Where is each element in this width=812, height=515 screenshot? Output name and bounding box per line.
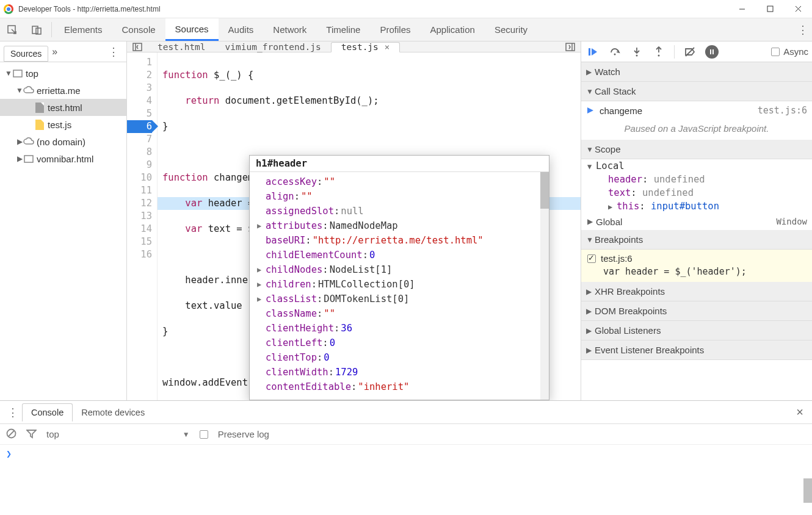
expand-icon[interactable]: ▶ [257, 265, 266, 274]
tab-application[interactable]: Application [421, 18, 485, 41]
tab-timeline[interactable]: Timeline [316, 18, 370, 41]
tree-file-test-js[interactable]: test.js [0, 116, 126, 133]
tab-security[interactable]: Security [485, 18, 537, 41]
gutter-line[interactable]: 5 [127, 107, 152, 120]
tab-sources[interactable]: Sources [165, 18, 219, 41]
editor-tab-test-js[interactable]: test.js× [331, 42, 401, 52]
drawer-tab-remote[interactable]: Remote devices [73, 404, 153, 421]
scrollbar-thumb[interactable] [540, 172, 549, 209]
inspector-property[interactable]: className: "" [257, 306, 549, 321]
resume-icon[interactable] [585, 44, 601, 60]
inspector-property[interactable]: childElementCount: 0 [257, 248, 549, 262]
pane-global-listeners[interactable]: ▶Global Listeners [581, 321, 812, 340]
tab-console[interactable]: Console [112, 18, 165, 41]
pane-xhr-breakpoints[interactable]: ▶XHR Breakpoints [581, 282, 812, 301]
clear-console-icon[interactable] [6, 428, 16, 441]
tree-top[interactable]: ▼top [0, 65, 126, 82]
gutter-line[interactable]: 7 [127, 133, 152, 146]
console-prompt[interactable]: ❯ [0, 445, 812, 463]
pane-dom-breakpoints[interactable]: ▶DOM Breakpoints [581, 301, 812, 321]
page-scrollbar[interactable] [803, 18, 812, 515]
expand-icon[interactable]: ▶ [257, 280, 266, 289]
tree-domain[interactable]: ▼errietta.me [0, 82, 126, 99]
inspector-property[interactable]: ▶childNodes: NodeList[1] [257, 262, 549, 277]
breakpoint-item[interactable]: test.js:6 var header = $_('header'); [581, 250, 812, 282]
gutter-line[interactable]: 2 [127, 69, 152, 82]
gutter-breakpoint[interactable]: 6 [127, 120, 152, 133]
minimize-button[interactable] [728, 0, 756, 18]
inspector-property[interactable]: clientHeight: 36 [257, 321, 549, 336]
navigator-tab-sources[interactable]: Sources [4, 46, 48, 62]
object-inspector-popup[interactable]: h1#header accessKey: ""align: ""assigned… [249, 155, 549, 400]
gutter-line[interactable]: 13 [127, 210, 152, 223]
checkbox-icon[interactable] [771, 48, 780, 56]
navigator-more-icon[interactable]: » [52, 46, 57, 57]
gutter-line[interactable]: 16 [127, 248, 152, 261]
scrollbar-thumb[interactable] [803, 478, 812, 503]
inspector-property[interactable]: assignedSlot: null [257, 204, 549, 218]
expand-icon[interactable]: ▶ [257, 295, 266, 303]
scope-global[interactable]: ▶GlobalWindow [581, 213, 812, 230]
step-into-icon[interactable] [629, 44, 645, 60]
inspector-property[interactable]: ▶children: HTMLCollection[0] [257, 277, 549, 292]
inspector-property[interactable]: clientTop: 0 [257, 350, 549, 365]
inspector-property[interactable]: clientWidth: 1729 [257, 365, 549, 380]
tab-audits[interactable]: Audits [219, 18, 264, 41]
context-selector[interactable]: top [46, 429, 59, 439]
pane-breakpoints[interactable]: ▼Breakpoints [581, 230, 812, 250]
gutter-line[interactable]: 9 [127, 159, 152, 171]
gutter-line[interactable]: 11 [127, 184, 152, 197]
pane-event-listener-breakpoints[interactable]: ▶Event Listener Breakpoints [581, 340, 812, 360]
inspector-property[interactable]: ▶attributes: NamedNodeMap [257, 218, 549, 233]
deactivate-breakpoints-icon[interactable] [682, 44, 698, 60]
navigator-menu-icon[interactable]: ⋮ [104, 45, 123, 59]
gutter-line[interactable]: 4 [127, 95, 152, 107]
gutter-line[interactable]: 3 [127, 82, 152, 95]
step-out-icon[interactable] [651, 44, 667, 60]
gutter-line[interactable]: 1 [127, 56, 152, 69]
maximize-button[interactable] [756, 0, 784, 18]
tab-profiles[interactable]: Profiles [370, 18, 420, 41]
toggle-debugger-icon[interactable] [560, 42, 581, 52]
device-mode-icon[interactable] [24, 18, 49, 41]
gutter-line[interactable]: 10 [127, 171, 152, 184]
toggle-navigator-icon[interactable] [127, 42, 148, 52]
inspector-property[interactable]: align: "" [257, 189, 549, 204]
preserve-log-label[interactable]: Preserve log [218, 429, 269, 439]
pane-watch[interactable]: ▶Watch [581, 62, 812, 82]
gutter-line[interactable]: 12 [127, 197, 152, 210]
callstack-frame[interactable]: changeme test.js:6 [581, 101, 812, 120]
inspector-property[interactable]: clientLeft: 0 [257, 336, 549, 350]
inspector-property[interactable]: baseURI: "http://errietta.me/test.html" [257, 233, 549, 248]
inspect-icon[interactable] [0, 18, 24, 41]
editor-tab-vimium[interactable]: vimium_frontend.js [216, 41, 331, 52]
pane-callstack[interactable]: ▼Call Stack [581, 82, 812, 101]
inspector-property[interactable]: contentEditable: "inherit" [257, 380, 549, 394]
filter-icon[interactable] [26, 428, 37, 441]
checkbox-icon[interactable] [200, 430, 208, 439]
checkbox-checked-icon[interactable] [587, 254, 596, 263]
close-tab-icon[interactable]: × [385, 42, 390, 52]
drawer-tab-console[interactable]: Console [22, 403, 73, 422]
gutter-line[interactable]: 14 [127, 223, 152, 236]
tab-network[interactable]: Network [263, 18, 316, 41]
pause-exceptions-icon[interactable] [704, 44, 720, 60]
drawer-menu-icon[interactable]: ⋮ [4, 406, 22, 419]
expand-icon[interactable]: ▶ [257, 221, 266, 230]
tree-no-domain[interactable]: ▶(no domain) [0, 133, 126, 150]
level-dropdown-icon[interactable]: ▼ [183, 430, 190, 439]
scrollbar[interactable] [540, 172, 549, 400]
editor-tab-test-html[interactable]: test.html [148, 41, 216, 52]
inspector-body[interactable]: accessKey: ""align: ""assignedSlot: null… [250, 172, 549, 400]
scope-var[interactable]: ▶this: input#button [581, 200, 812, 213]
scope-var[interactable]: text: undefined [581, 186, 812, 200]
async-toggle[interactable]: Async [771, 46, 808, 57]
tab-elements[interactable]: Elements [54, 18, 112, 41]
inspector-property[interactable]: accessKey: "" [257, 175, 549, 189]
pane-scope[interactable]: ▼Scope [581, 140, 812, 159]
tree-vomnibar[interactable]: ▶vomnibar.html [0, 150, 126, 167]
gutter-line[interactable]: 8 [127, 146, 152, 159]
scope-local[interactable]: ▼Local [581, 159, 812, 173]
inspector-property[interactable]: ▶classList: DOMTokenList[0] [257, 292, 549, 306]
close-button[interactable] [784, 0, 812, 18]
